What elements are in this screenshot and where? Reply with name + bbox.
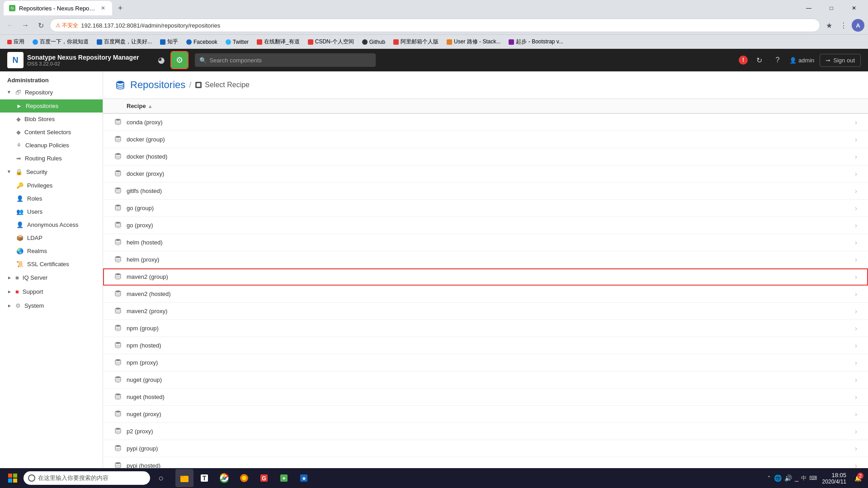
help-button[interactable]: ? — [771, 54, 784, 66]
sidebar-item-realms[interactable]: 🌏 Realms — [0, 244, 103, 258]
taskbar-clock[interactable]: 18:05 2020/4/11 — [821, 472, 848, 485]
app-container: N Sonatype Nexus Repository Manager OSS … — [0, 49, 868, 476]
svg-point-18 — [115, 376, 121, 378]
table-row[interactable]: npm (proxy) › — [103, 354, 868, 371]
table-row[interactable]: docker (hosted) › — [103, 148, 868, 165]
active-tab[interactable]: N Repositories - Nexus Reposito... ✕ — [4, 1, 112, 15]
maximize-button[interactable]: □ — [821, 0, 842, 16]
minimize-button[interactable]: — — [798, 0, 819, 16]
table-row[interactable]: docker (group) › — [103, 131, 868, 148]
input-method[interactable]: 中 — [801, 474, 807, 482]
table-row[interactable]: maven2 (proxy) › — [103, 303, 868, 320]
table-row[interactable]: npm (group) › — [103, 320, 868, 337]
sidebar-group-repository: ► 🗗 Repository ► Repositories ◆ Blob Sto… — [0, 85, 103, 165]
sidebar-group-security-header[interactable]: ► 🔒 Security — [0, 165, 103, 179]
table-row[interactable]: maven2 (group) › — [103, 268, 868, 286]
bookmark-stackoverflow[interactable]: User 路修 - Stack... — [443, 37, 504, 47]
bookmark-aliyun[interactable]: 阿里邮箱个人版 — [390, 37, 442, 47]
sidebar-item-routing-rules[interactable]: ➡ Routing Rules — [0, 152, 103, 165]
search-input[interactable] — [209, 57, 371, 64]
sidebar-item-blob-stores[interactable]: ◆ Blob Stores — [0, 113, 103, 126]
forward-button[interactable]: → — [19, 19, 32, 32]
profile-button[interactable]: A — [852, 19, 864, 32]
signout-button[interactable]: ➙ Sign out — [820, 54, 861, 67]
sidebar-item-cleanup-policies[interactable]: ⚘ Cleanup Policies — [0, 139, 103, 152]
bookmark-baidupan[interactable]: 百度网盘，让美好... — [93, 37, 156, 47]
new-tab-button[interactable]: + — [114, 2, 127, 14]
error-indicator[interactable]: ! — [739, 56, 748, 65]
search-bar[interactable]: 🔍 — [195, 53, 376, 67]
bookmark-apps[interactable]: 应用 — [4, 37, 28, 47]
sidebar-item-repositories[interactable]: ► Repositories — [0, 99, 103, 113]
volume-icon[interactable]: 🔊 — [784, 474, 792, 482]
table-row[interactable]: nuget (group) › — [103, 371, 868, 389]
refresh-button[interactable]: ↻ — [753, 54, 766, 66]
sidebar-item-users[interactable]: 👥 Users — [0, 205, 103, 218]
sidebar-item-ldap[interactable]: 📦 LDAP — [0, 231, 103, 244]
taskbar-cortana[interactable]: ○ — [152, 469, 170, 487]
svg-text:★: ★ — [302, 475, 307, 482]
sidebar-group-system-header[interactable]: ► ⚙ System — [0, 299, 103, 313]
table-row[interactable]: p2 (proxy) › — [103, 423, 868, 440]
reload-button[interactable]: ↻ — [34, 19, 47, 32]
taskbar-app-git[interactable]: G — [255, 469, 273, 487]
sidebar-item-content-selectors[interactable]: ◆ Content Selectors — [0, 126, 103, 139]
tray-show-hidden[interactable]: ⌃ — [767, 475, 771, 481]
column-recipe[interactable]: Recipe ▲ — [127, 103, 153, 109]
bookmark-bootstrap[interactable]: 起步 - Bootstrap v... — [505, 37, 566, 47]
table-row[interactable]: gitlfs (hosted) › — [103, 183, 868, 200]
network-icon[interactable]: 🌐 — [774, 474, 782, 482]
admin-button[interactable]: 👤 admin — [789, 57, 814, 64]
table-row[interactable]: go (proxy) › — [103, 217, 868, 234]
taskbar-app-extra1[interactable]: ✦ — [275, 469, 293, 487]
bookmark-github[interactable]: Github — [359, 38, 389, 47]
bookmark-zhihu[interactable]: 知乎 — [156, 37, 182, 47]
bookmark-csdn[interactable]: CSDN-个人空间 — [304, 37, 358, 47]
sidebar-item-privileges[interactable]: 🔑 Privileges — [0, 179, 103, 192]
keyboard-icon[interactable]: ⌨ — [809, 475, 817, 481]
bookmark-facebook[interactable]: Facebook — [183, 38, 221, 47]
table-row[interactable]: docker (proxy) › — [103, 165, 868, 183]
bookmark-star[interactable]: ★ — [823, 19, 835, 32]
taskbar-app-extra2[interactable]: ★ — [295, 469, 313, 487]
tab-close-button[interactable]: ✕ — [99, 5, 107, 12]
table-row[interactable]: npm (hosted) › — [103, 337, 868, 354]
notification-button[interactable]: 🔔 2 — [852, 472, 864, 484]
svg-rect-31 — [180, 476, 184, 478]
table-row[interactable]: conda (proxy) › — [103, 114, 868, 131]
table-row[interactable]: helm (proxy) › — [103, 251, 868, 268]
svg-point-16 — [115, 342, 121, 344]
sidebar-group-iq-server-header[interactable]: ► ■ IQ Server — [0, 271, 103, 285]
bookmark-youdao[interactable]: 在线翻译_有道 — [253, 37, 303, 47]
table-row[interactable]: go (group) › — [103, 200, 868, 217]
sidebar-item-label: Roles — [27, 195, 42, 202]
browse-button[interactable]: ◕ — [153, 52, 170, 68]
table-row[interactable]: maven2 (hosted) › — [103, 286, 868, 303]
battery-icon[interactable]: ⎯ — [795, 474, 798, 482]
url-bar[interactable]: ⚠ 不安全 192.168.137.102:8081/#admin/reposi… — [50, 19, 820, 32]
table-header: Recipe ▲ — [103, 99, 868, 114]
taskbar-app-explorer[interactable] — [175, 469, 193, 487]
taskbar-search[interactable]: 在这里输入你要搜索的内容 — [24, 471, 150, 485]
browser-menu[interactable]: ⋮ — [837, 19, 850, 32]
sidebar-item-anonymous-access[interactable]: 👤 Anonymous Access — [0, 218, 103, 231]
sidebar-item-ssl-certificates[interactable]: 📜 SSL Certificates — [0, 258, 103, 271]
back-button[interactable]: ← — [4, 19, 16, 32]
start-button[interactable] — [4, 469, 22, 487]
taskbar-app-firefox[interactable] — [235, 469, 253, 487]
table-row[interactable]: pypi (group) › — [103, 440, 868, 457]
sidebar-group-repository-header[interactable]: ► 🗗 Repository — [0, 85, 103, 99]
settings-button[interactable]: ⚙ — [171, 52, 188, 68]
ldap-icon: 📦 — [16, 235, 24, 241]
bookmark-twitter[interactable]: Twitter — [222, 38, 252, 47]
table-row[interactable]: nuget (proxy) › — [103, 406, 868, 423]
sidebar-item-roles[interactable]: 👤 Roles — [0, 192, 103, 205]
taskbar-app-chrome[interactable] — [215, 469, 233, 487]
sidebar-group-support-header[interactable]: ► ■ Support — [0, 285, 103, 299]
taskbar-app-typora[interactable]: T — [195, 469, 213, 487]
table-row[interactable]: helm (hosted) › — [103, 234, 868, 251]
bookmark-baidu[interactable]: 百度一下，你就知道 — [29, 37, 92, 47]
table-row[interactable]: nuget (hosted) › — [103, 389, 868, 406]
svg-rect-27 — [13, 474, 17, 478]
close-button[interactable]: ✕ — [844, 0, 864, 16]
